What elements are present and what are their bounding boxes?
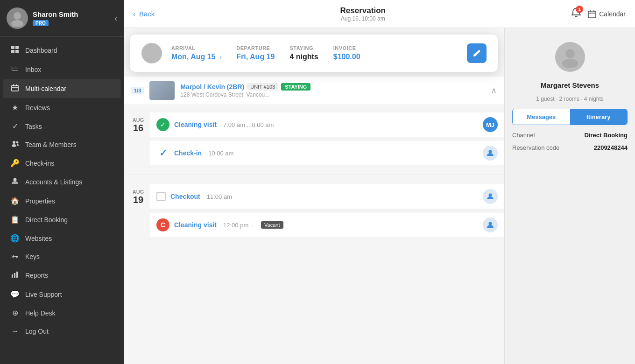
sidebar-item-label: Websites [25, 235, 52, 242]
sidebar-item-label: Reports [25, 272, 48, 279]
svg-point-11 [16, 141, 18, 144]
topbar-center: Reservation Aug 16, 10:00 am [340, 6, 386, 22]
property-address: 128 West Cordova Street, Vancou... [180, 91, 310, 98]
svg-point-23 [489, 150, 492, 154]
calendar-label: Calendar [599, 10, 626, 18]
direct-booking-icon: 📋 [10, 215, 20, 224]
arrival-label: ARRIVAL [171, 45, 221, 51]
staying-field: STAYING 4 nights [289, 45, 318, 61]
sidebar-item-checkins[interactable]: 🔑 Check-ins [3, 154, 121, 172]
assignee-avatar[interactable]: MJ [483, 117, 498, 132]
departure-field: DEPARTURE Fri, Aug 19 [236, 45, 275, 61]
event-time: 10:00 am [208, 150, 233, 157]
event-row[interactable]: Checkout 11:00 am [150, 184, 504, 209]
sidebar-item-label: Accounts & Listings [25, 178, 82, 186]
res-code-label: Reservation code [512, 144, 559, 151]
property-name[interactable]: Marpol / Kevin (2BR) [180, 83, 244, 91]
user-info: Sharon Smith PRO [33, 10, 78, 27]
sidebar-item-properties[interactable]: 🏠 Properties [3, 192, 121, 210]
accounts-icon [10, 177, 20, 187]
svg-rect-16 [16, 272, 18, 278]
svg-point-10 [13, 141, 15, 144]
event-name: Checkout [170, 193, 200, 200]
event-name: Check-in [174, 149, 202, 157]
day-month: AUG [133, 117, 144, 123]
sidebar-item-label: Team & Members [25, 141, 77, 148]
svg-rect-6 [12, 85, 18, 91]
invoice-label: INVOICE [333, 45, 360, 51]
day-label-19: AUG 19 [124, 181, 150, 241]
sidebar-item-label: Help Desk [25, 309, 56, 317]
sidebar-item-dashboard[interactable]: Dashboard [3, 41, 121, 60]
res-fields: ARRIVAL Mon, Aug 15 › DEPARTURE Fri, Aug… [171, 45, 458, 61]
arrival-value: Mon, Aug 15 › [171, 53, 221, 61]
calendar-button[interactable]: Calendar [588, 10, 626, 18]
sidebar-item-multi-calendar[interactable]: Multi-calendar [3, 79, 121, 98]
sidebar-item-tasks[interactable]: ✓ Tasks [3, 117, 121, 135]
sidebar-item-reviews[interactable]: ★ Reviews [3, 98, 121, 117]
right-panel: Margaret Stevens 1 guest · 2 rooms · 4 n… [504, 28, 635, 364]
itinerary-tab[interactable]: Itinerary [570, 109, 628, 125]
day-month: AUG [133, 189, 144, 195]
sidebar-item-accounts[interactable]: Accounts & Listings [3, 173, 121, 191]
sidebar-item-reports[interactable]: Reports [3, 266, 121, 285]
live-support-icon: 💬 [10, 290, 20, 299]
assignee-avatar[interactable] [483, 146, 498, 161]
inbox-icon [10, 65, 20, 74]
departure-label: DEPARTURE [236, 45, 275, 51]
help-desk-icon: ⊕ [10, 308, 20, 317]
team-icon [10, 140, 20, 149]
staying-label: STAYING [289, 45, 318, 51]
event-time: 12:00 pm .. [223, 222, 254, 229]
svg-point-26 [565, 49, 575, 58]
event-row[interactable]: ✓ Cleaning visit 7:00 am .. 8:00 am MJ [150, 112, 504, 137]
res-code-value: 2209248244 [594, 144, 628, 151]
sidebar-item-keys[interactable]: 🗝 Keys [3, 248, 121, 266]
page-subtitle: Aug 16, 10:00 am [340, 15, 386, 22]
day-section-16: AUG 16 ✓ Cleaning visit 7:00 am .. 8:00 … [124, 105, 504, 173]
collapse-button[interactable]: ∧ [491, 85, 497, 96]
main: ‹ Back Reservation Aug 16, 10:00 am 1 Ca… [124, 0, 635, 364]
sidebar-item-websites[interactable]: 🌐 Websites [3, 229, 121, 247]
reservation-card: ARRIVAL Mon, Aug 15 › DEPARTURE Fri, Aug… [130, 35, 498, 72]
assignee-avatar[interactable] [483, 217, 498, 232]
messages-tab[interactable]: Messages [513, 109, 570, 125]
sidebar-item-team[interactable]: Team & Members [3, 136, 121, 154]
day-row-19: AUG 19 Checkout 11:00 am [124, 181, 504, 241]
sidebar-item-logout[interactable]: → Log Out [3, 322, 121, 340]
event-name: Cleaning visit [174, 121, 217, 128]
booking-page-badge: 1/3 [131, 87, 144, 94]
properties-icon: 🏠 [10, 196, 20, 205]
svg-point-24 [489, 194, 492, 197]
assignee-avatar[interactable] [483, 189, 498, 204]
vacant-badge: Vacant [261, 221, 283, 229]
notifications-button[interactable]: 1 [571, 7, 581, 20]
sidebar-item-direct-booking[interactable]: 📋 Direct Booking [3, 210, 121, 229]
content-area: ARRIVAL Mon, Aug 15 › DEPARTURE Fri, Aug… [124, 28, 635, 364]
sidebar-item-label: Multi-calendar [25, 85, 66, 92]
back-button[interactable]: ‹ Back [133, 10, 155, 18]
svg-point-25 [489, 222, 492, 225]
svg-point-1 [11, 20, 23, 27]
edit-reservation-button[interactable] [467, 43, 487, 63]
sidebar-collapse-button[interactable]: ‹ [114, 14, 117, 23]
sidebar-item-live-support[interactable]: 💬 Live Support [3, 285, 121, 303]
checkins-icon: 🔑 [10, 159, 20, 168]
svg-rect-5 [15, 50, 19, 53]
event-row[interactable]: ✓ Check-in 10:00 am [150, 141, 504, 165]
sidebar-item-label: Keys [25, 253, 40, 260]
sidebar-item-inbox[interactable]: Inbox [3, 60, 121, 79]
back-label: Back [139, 10, 155, 18]
reviews-icon: ★ [10, 103, 20, 112]
svg-rect-2 [11, 46, 14, 49]
websites-icon: 🌐 [10, 234, 20, 243]
sidebar-item-label: Properties [25, 197, 55, 205]
day-label-16: AUG 16 [124, 109, 150, 169]
notification-badge: 1 [576, 6, 583, 13]
sidebar-user[interactable]: Sharon Smith PRO [7, 7, 78, 29]
avatar [7, 7, 28, 29]
event-row[interactable]: C Cleaning visit 12:00 pm .. Vacant [150, 213, 504, 237]
day-events-16: ✓ Cleaning visit 7:00 am .. 8:00 am MJ ✓ [150, 109, 504, 169]
sidebar-item-help-desk[interactable]: ⊕ Help Desk [3, 304, 121, 322]
day-num: 16 [133, 123, 143, 133]
